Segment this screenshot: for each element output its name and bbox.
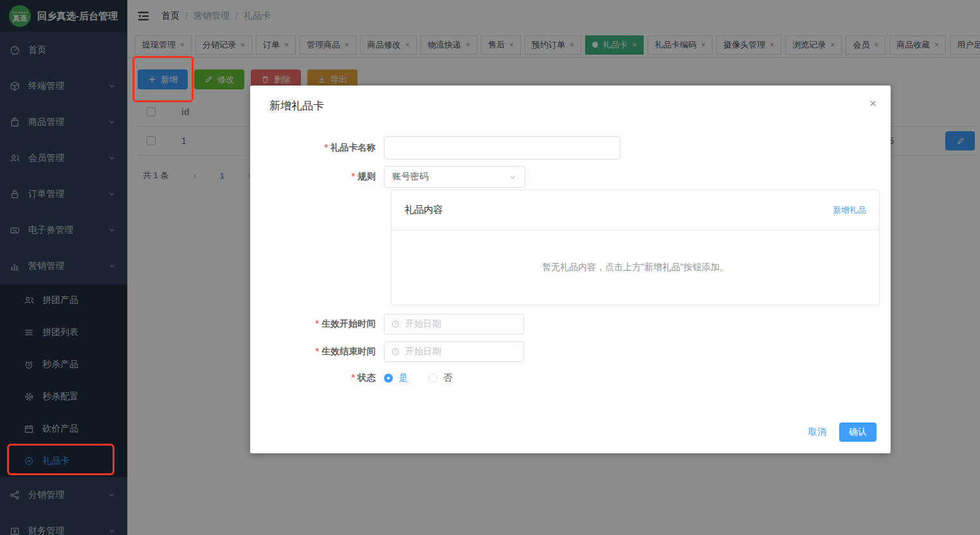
add-gift-card-dialog: 新增礼品卡 × *礼品卡名称 *规则 账号密码 礼品内容 新增礼品 暂无礼品内容…: [250, 86, 891, 453]
start-time-label: 生效开始时间: [322, 318, 376, 329]
form-row-status: *状态 是 否: [250, 372, 891, 384]
required-asterisk: *: [316, 346, 319, 356]
end-date-input[interactable]: 开始日期: [384, 341, 524, 362]
required-asterisk: *: [352, 372, 355, 383]
status-radio-yes[interactable]: 是: [384, 372, 408, 384]
dialog-footer: 取消 确认: [808, 422, 876, 442]
rule-select-value: 账号密码: [392, 171, 428, 183]
cancel-button[interactable]: 取消: [808, 426, 826, 438]
gift-content-panel: 礼品内容 新增礼品 暂无礼品内容，点击上方"新增礼品"按钮添加。: [391, 190, 880, 305]
chevron-down-icon: [509, 173, 517, 181]
form-row-end-time: *生效结束时间 开始日期: [250, 341, 891, 362]
clock-icon: [391, 347, 400, 356]
rule-field-label: 规则: [358, 171, 376, 181]
status-no-label: 否: [443, 372, 452, 384]
required-asterisk: *: [325, 142, 328, 152]
close-icon[interactable]: ×: [869, 97, 876, 109]
status-radio-group: 是 否: [384, 372, 452, 384]
add-gift-link[interactable]: 新增礼品: [833, 204, 866, 216]
gift-card-name-input[interactable]: [384, 136, 621, 159]
required-asterisk: *: [352, 171, 355, 181]
gift-content-panel-header: 礼品内容 新增礼品: [392, 190, 879, 230]
gift-content-title: 礼品内容: [404, 204, 443, 216]
form-row-start-time: *生效开始时间 开始日期: [250, 314, 891, 334]
end-date-placeholder: 开始日期: [405, 346, 441, 358]
name-field-label: 礼品卡名称: [331, 142, 376, 152]
status-yes-label: 是: [399, 372, 408, 384]
start-date-placeholder: 开始日期: [405, 318, 441, 330]
form-row-name: *礼品卡名称: [250, 136, 891, 159]
gift-card-form: *礼品卡名称 *规则 账号密码 礼品内容 新增礼品 暂无礼品内容，点击上方"新增…: [250, 136, 891, 384]
rule-select[interactable]: 账号密码: [384, 166, 525, 188]
start-date-input[interactable]: 开始日期: [384, 314, 524, 334]
confirm-button[interactable]: 确认: [839, 422, 876, 442]
dialog-title: 新增礼品卡: [250, 86, 891, 113]
required-asterisk: *: [316, 318, 319, 329]
status-radio-no[interactable]: 否: [428, 372, 452, 384]
radio-selected-icon: [384, 374, 393, 383]
clock-icon: [391, 320, 400, 329]
radio-unselected-icon: [428, 374, 437, 383]
gift-content-empty-text: 暂无礼品内容，点击上方"新增礼品"按钮添加。: [392, 230, 879, 305]
end-time-label: 生效结束时间: [322, 346, 376, 356]
status-label: 状态: [358, 372, 376, 383]
form-row-rule: *规则 账号密码: [250, 166, 891, 188]
